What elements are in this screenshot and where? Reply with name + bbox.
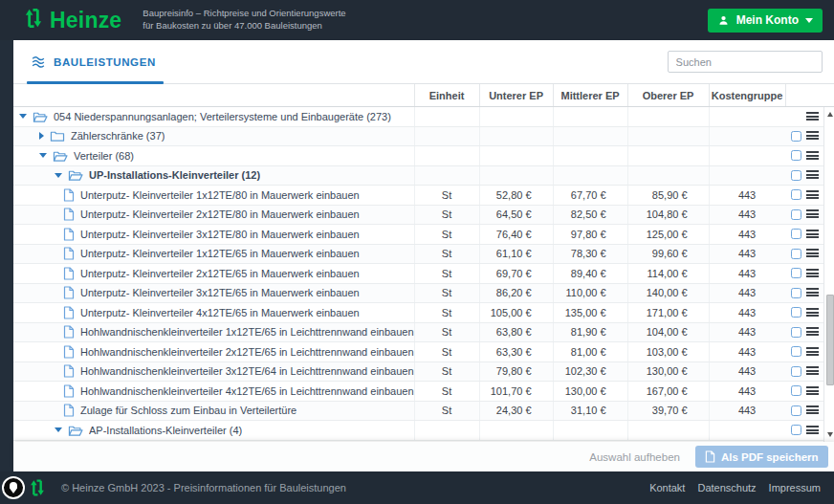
row-menu-icon[interactable] <box>806 327 819 337</box>
tree-leaf-row[interactable]: Unterputz- Kleinverteiler 2x12TE/80 in M… <box>13 206 834 226</box>
heinze-logo[interactable]: Heinze <box>21 6 121 34</box>
tree-folder-row[interactable]: UP-Installations-Kleinverteiler (12) <box>13 166 834 186</box>
tree-label[interactable]: Unterputz- Kleinverteiler 3x12TE/65 in M… <box>80 287 360 298</box>
tree-leaf-row[interactable]: Hohlwandnischenkleinverteiler 4x12TE/65 … <box>13 382 834 402</box>
tree-label[interactable]: Unterputz- Kleinverteiler 1x12TE/80 in M… <box>80 189 360 201</box>
collapse-arrow-icon[interactable] <box>55 427 62 432</box>
table-scrollbar[interactable] <box>823 107 834 442</box>
oberer-ep-cell: 171,00 € <box>627 303 709 322</box>
search-input[interactable] <box>668 51 823 73</box>
tree-label[interactable]: Unterputz- Kleinverteiler 3x12TE/80 in M… <box>80 229 360 240</box>
tab-bauleistungen[interactable]: BAULEISTUNGEN <box>27 40 160 83</box>
tree-label[interactable]: Hohlwandnischenkleinverteiler 1x12TE/65 … <box>80 326 414 338</box>
row-checkbox[interactable] <box>791 327 801 338</box>
row-menu-icon[interactable] <box>806 230 819 239</box>
collapse-arrow-icon[interactable] <box>39 153 47 158</box>
account-button[interactable]: Mein Konto <box>708 9 823 33</box>
tree-cell: Unterputz- Kleinverteiler 3x12TE/65 in M… <box>13 284 414 303</box>
row-menu-icon[interactable] <box>806 170 819 180</box>
tree-leaf-row[interactable]: Unterputz- Kleinverteiler 1x12TE/65 in M… <box>13 245 834 265</box>
row-checkbox[interactable] <box>791 229 801 239</box>
tree-label[interactable]: Zulage für Schloss zum Einbau in Verteil… <box>80 405 296 416</box>
tree-leaf-row[interactable]: Zulage für Schloss zum Einbau in Verteil… <box>13 402 834 422</box>
row-checkbox[interactable] <box>791 307 801 318</box>
tree-label[interactable]: Zählerschränke (37) <box>71 130 165 142</box>
row-menu-icon[interactable] <box>806 426 819 435</box>
collapse-arrow-icon[interactable] <box>19 114 27 119</box>
tree-folder-row[interactable]: 054 Niederspannungsanlagen; Verteilersys… <box>13 107 834 127</box>
row-menu-icon[interactable] <box>806 190 819 200</box>
tree-folder-row[interactable]: AP-Installations-Kleinverteiler (4) <box>13 421 834 441</box>
row-menu-icon[interactable] <box>806 209 819 219</box>
row-menu-icon[interactable] <box>806 151 819 161</box>
row-menu-icon[interactable] <box>806 366 819 376</box>
tree-label[interactable]: Hohlwandnischenkleinverteiler 4x12TE/65 … <box>80 385 414 397</box>
row-checkbox[interactable] <box>791 189 801 200</box>
row-checkbox[interactable] <box>791 366 801 377</box>
kostengruppe-cell <box>709 166 785 186</box>
save-pdf-button[interactable]: Als PDF speichern <box>695 446 828 468</box>
tree-leaf-row[interactable]: Unterputz- Kleinverteiler 3x12TE/65 in M… <box>13 284 834 304</box>
row-menu-icon[interactable] <box>806 269 819 278</box>
column-header-einheit[interactable]: Einheit <box>414 84 479 106</box>
row-menu-icon[interactable] <box>806 405 819 415</box>
column-header-kostengruppe[interactable]: Kostengruppe <box>709 84 785 106</box>
row-menu-icon[interactable] <box>806 347 819 357</box>
tree-leaf-row[interactable]: Hohlwandnischenkleinverteiler 2x12TE/65 … <box>13 342 834 362</box>
row-checkbox[interactable] <box>791 405 801 416</box>
tree-label[interactable]: Unterputz- Kleinverteiler 4x12TE/65 in M… <box>80 307 360 318</box>
tree-leaf-row[interactable]: Hohlwandnischenkleinverteiler 1x12TE/65 … <box>13 323 834 343</box>
expand-arrow-icon[interactable] <box>39 132 44 140</box>
row-menu-icon[interactable] <box>806 112 819 121</box>
tree-folder-row[interactable]: Verteiler (68) <box>13 146 834 166</box>
tree-label[interactable]: 054 Niederspannungsanlagen; Verteilersys… <box>54 111 391 122</box>
tree-label[interactable]: Unterputz- Kleinverteiler 2x12TE/65 in M… <box>80 268 360 279</box>
row-menu-icon[interactable] <box>806 249 819 258</box>
unterer-ep-cell <box>479 107 553 126</box>
column-header-mittlerer-ep[interactable]: Mittlerer EP <box>553 84 627 106</box>
row-menu-icon[interactable] <box>806 288 819 297</box>
tree-label[interactable]: Verteiler (68) <box>74 150 134 162</box>
collapse-arrow-icon[interactable] <box>55 173 62 178</box>
tree-leaf-row[interactable]: Unterputz- Kleinverteiler 3x12TE/80 in M… <box>13 225 834 245</box>
oberer-ep-cell: 99,60 € <box>627 245 709 264</box>
footer-link-datenschutz[interactable]: Datenschutz <box>697 482 756 493</box>
tree-folder-row[interactable]: Zählerschränke (37) <box>13 127 834 147</box>
privacy-widget-icon[interactable] <box>2 476 25 499</box>
tree-leaf-row[interactable]: Unterputz- Kleinverteiler 1x12TE/80 in M… <box>13 186 834 206</box>
mittlerer-ep-cell <box>553 127 627 146</box>
tree-leaf-row[interactable]: Hohlwandnischenkleinverteiler 3x12TE/64 … <box>13 362 834 383</box>
tree-leaf-row[interactable]: Unterputz- Kleinverteiler 2x12TE/65 in M… <box>13 264 834 284</box>
tree-label[interactable]: Unterputz- Kleinverteiler 1x12TE/65 in M… <box>80 248 360 259</box>
scrollbar-thumb[interactable] <box>826 295 834 385</box>
row-checkbox[interactable] <box>791 209 801 220</box>
tree-leaf-row[interactable]: Unterputz- Kleinverteiler 4x12TE/65 in M… <box>13 303 834 323</box>
tree-label[interactable]: Hohlwandnischenkleinverteiler 2x12TE/65 … <box>80 346 414 358</box>
row-checkbox[interactable] <box>791 170 801 181</box>
tree-label[interactable]: Unterputz- Kleinverteiler 2x12TE/80 in M… <box>80 208 360 220</box>
scroll-down-icon[interactable] <box>827 432 833 437</box>
scroll-up-icon[interactable] <box>827 112 833 117</box>
row-checkbox[interactable] <box>791 249 801 259</box>
document-icon <box>63 188 75 202</box>
tree-label[interactable]: AP-Installations-Kleinverteiler (4) <box>89 425 242 436</box>
column-header-oberer-ep[interactable]: Oberer EP <box>627 84 709 106</box>
row-checkbox[interactable] <box>791 346 801 357</box>
footer-link-impressum[interactable]: Impressum <box>769 482 821 493</box>
row-menu-icon[interactable] <box>806 308 819 318</box>
footer-links: Kontakt Datenschutz Impressum <box>649 482 821 493</box>
row-menu-icon[interactable] <box>806 386 819 396</box>
footer-link-kontakt[interactable]: Kontakt <box>649 482 685 493</box>
row-checkbox[interactable] <box>791 131 801 142</box>
row-checkbox[interactable] <box>791 288 801 298</box>
row-checkbox[interactable] <box>791 150 801 161</box>
row-checkbox[interactable] <box>791 385 801 396</box>
row-checkbox[interactable] <box>791 425 801 435</box>
row-menu-icon[interactable] <box>806 131 819 141</box>
clear-selection-button[interactable]: Auswahl aufheben <box>589 451 680 463</box>
row-checkbox[interactable] <box>791 268 801 278</box>
tree-label[interactable]: UP-Installations-Kleinverteiler (12) <box>89 169 260 181</box>
content-card: BAULEISTUNGEN Einheit Unterer EP Mittler… <box>13 40 834 471</box>
column-header-unterer-ep[interactable]: Unterer EP <box>479 84 553 106</box>
tree-label[interactable]: Hohlwandnischenkleinverteiler 3x12TE/64 … <box>80 365 414 377</box>
